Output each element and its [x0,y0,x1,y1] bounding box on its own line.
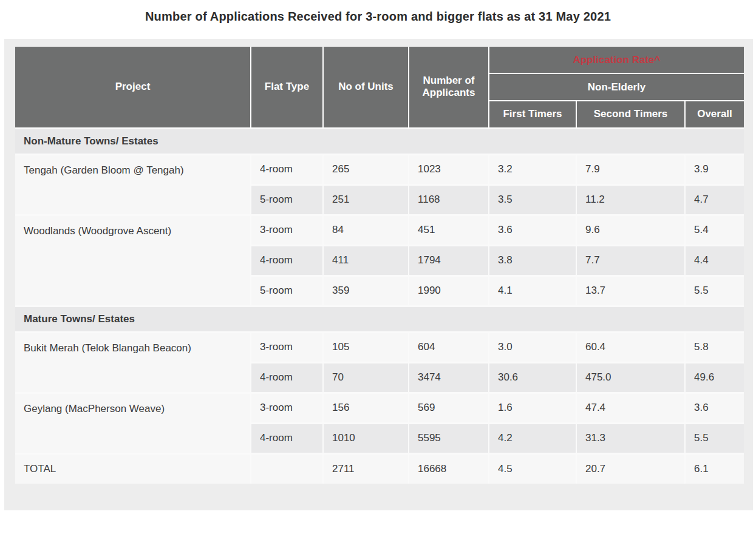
units-cell: 84 [323,215,409,245]
table-row: Tengah (Garden Bloom @ Tengah)4-room2651… [15,154,744,184]
applicants-cell: 451 [409,215,489,245]
page-title: Number of Applications Received for 3-ro… [0,0,756,39]
overall-cell: 5.5 [685,275,744,306]
flat-type-cell: 4-room [251,362,323,393]
table-row: Geylang (MacPherson Weave)3-room1565691.… [15,393,744,423]
total-overall-cell: 6.1 [685,453,744,484]
project-cell: Woodlands (Woodgrove Ascent) [15,215,251,306]
units-cell: 1010 [323,423,409,453]
section-row: Mature Towns/ Estates [15,306,744,332]
total-label-cell: TOTAL [15,453,251,484]
units-cell: 70 [323,362,409,393]
section-label: Mature Towns/ Estates [15,306,744,332]
project-cell: Geylang (MacPherson Weave) [15,393,251,453]
total-applicants-cell: 16668 [409,453,489,484]
project-cell: Bukit Merah (Telok Blangah Beacon) [15,332,251,393]
column-header-number-of-applicants: Number of Applicants [409,47,489,128]
header-row-1: Project Flat Type No of Units Number of … [15,47,744,73]
total-first-timers-cell: 4.5 [489,453,576,484]
column-header-application-rate: Application Rate^ [489,47,744,73]
flat-type-cell: 5-room [251,275,323,306]
first-timers-cell: 3.5 [489,184,576,215]
overall-cell: 3.9 [685,154,744,184]
flat-type-cell: 4-room [251,245,323,275]
overall-cell: 4.4 [685,245,744,275]
table-row: Bukit Merah (Telok Blangah Beacon)3-room… [15,332,744,362]
applicants-cell: 569 [409,393,489,423]
column-header-flat-type: Flat Type [251,47,323,128]
table-container: Project Flat Type No of Units Number of … [4,39,753,510]
flat-type-cell: 3-room [251,332,323,362]
table-body: Non-Mature Towns/ EstatesTengah (Garden … [15,128,744,484]
applicants-cell: 604 [409,332,489,362]
second-timers-cell: 7.9 [576,154,685,184]
first-timers-cell: 30.6 [489,362,576,393]
first-timers-cell: 4.1 [489,275,576,306]
total-second-timers-cell: 20.7 [576,453,685,484]
column-header-no-of-units: No of Units [323,47,409,128]
table-header: Project Flat Type No of Units Number of … [15,47,744,128]
second-timers-cell: 7.7 [576,245,685,275]
second-timers-cell: 31.3 [576,423,685,453]
second-timers-cell: 13.7 [576,275,685,306]
units-cell: 105 [323,332,409,362]
total-flat-type-cell [251,453,323,484]
first-timers-cell: 3.2 [489,154,576,184]
section-row: Non-Mature Towns/ Estates [15,128,744,154]
overall-cell: 4.7 [685,184,744,215]
first-timers-cell: 3.0 [489,332,576,362]
overall-cell: 3.6 [685,393,744,423]
applications-table: Project Flat Type No of Units Number of … [15,47,744,484]
second-timers-cell: 475.0 [576,362,685,393]
applicants-cell: 3474 [409,362,489,393]
applicants-cell: 1023 [409,154,489,184]
applicants-cell: 1794 [409,245,489,275]
flat-type-cell: 3-room [251,393,323,423]
flat-type-cell: 3-room [251,215,323,245]
units-cell: 411 [323,245,409,275]
total-units-cell: 2711 [323,453,409,484]
page: Number of Applications Received for 3-ro… [0,0,756,534]
units-cell: 251 [323,184,409,215]
column-header-second-timers: Second Timers [576,101,685,128]
applicants-cell: 1990 [409,275,489,306]
units-cell: 359 [323,275,409,306]
overall-cell: 5.4 [685,215,744,245]
units-cell: 265 [323,154,409,184]
section-label: Non-Mature Towns/ Estates [15,128,744,154]
column-header-non-elderly: Non-Elderly [489,73,744,101]
applicants-cell: 5595 [409,423,489,453]
second-timers-cell: 11.2 [576,184,685,215]
units-cell: 156 [323,393,409,423]
flat-type-cell: 4-room [251,423,323,453]
first-timers-cell: 3.6 [489,215,576,245]
second-timers-cell: 47.4 [576,393,685,423]
first-timers-cell: 1.6 [489,393,576,423]
overall-cell: 49.6 [685,362,744,393]
table-row: Woodlands (Woodgrove Ascent)3-room844513… [15,215,744,245]
first-timers-cell: 3.8 [489,245,576,275]
second-timers-cell: 60.4 [576,332,685,362]
second-timers-cell: 9.6 [576,215,685,245]
column-header-first-timers: First Timers [489,101,576,128]
overall-cell: 5.5 [685,423,744,453]
total-row: TOTAL2711166684.520.76.1 [15,453,744,484]
flat-type-cell: 4-room [251,154,323,184]
flat-type-cell: 5-room [251,184,323,215]
overall-cell: 5.8 [685,332,744,362]
first-timers-cell: 4.2 [489,423,576,453]
project-cell: Tengah (Garden Bloom @ Tengah) [15,154,251,215]
column-header-overall: Overall [685,101,744,128]
column-header-project: Project [15,47,251,128]
applicants-cell: 1168 [409,184,489,215]
